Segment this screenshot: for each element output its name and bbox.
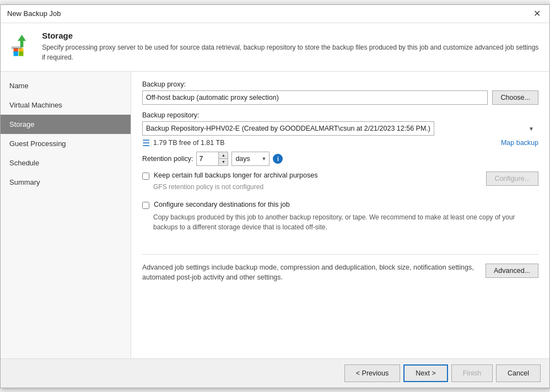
configure-secondary-checkbox[interactable] <box>142 202 149 209</box>
gfs-policy-text: GFS retention policy is not configured <box>153 183 481 191</box>
retention-unit-select[interactable]: days weeks months <box>231 152 269 166</box>
cancel-button[interactable]: Cancel <box>496 364 541 382</box>
secondary-destinations-section: Configure secondary destinations for thi… <box>142 201 538 232</box>
svg-rect-4 <box>19 51 23 56</box>
keep-full-backups-section: Keep certain full backups longer for arc… <box>142 171 538 196</box>
retention-label: Retention policy: <box>142 155 193 163</box>
header-title: Storage <box>42 31 541 40</box>
main-panel: Backup proxy: Choose... Backup repositor… <box>131 72 549 358</box>
finish-button[interactable]: Finish <box>451 364 493 382</box>
storage-icon <box>9 31 34 57</box>
window-title: New Backup Job <box>7 9 61 18</box>
header-description: Specify processing proxy server to be us… <box>42 42 541 62</box>
configure-gfs-button[interactable]: Configure... <box>486 171 538 186</box>
svg-rect-5 <box>12 47 22 49</box>
sidebar-item-schedule[interactable]: Schedule <box>1 153 131 173</box>
spinner-up-button[interactable]: ▲ <box>219 152 228 159</box>
sidebar-item-storage[interactable]: Storage <box>1 115 131 134</box>
retention-row: Retention policy: ▲ ▼ days weeks months … <box>142 152 538 166</box>
content-area: Name Virtual Machines Storage Guest Proc… <box>1 72 549 358</box>
backup-repo-select-wrapper: Backup Repository-HPHV02-E (Created by G… <box>142 121 538 136</box>
svg-rect-3 <box>14 51 18 56</box>
days-select-wrapper: days weeks months <box>231 152 269 166</box>
keep-full-backups-label: Keep certain full backups longer for arc… <box>154 171 317 179</box>
choose-proxy-button[interactable]: Choose... <box>492 90 538 105</box>
sidebar-item-summary[interactable]: Summary <box>1 173 131 192</box>
repo-info-row: ☰ 1.79 TB free of 1.81 TB Map backup <box>142 138 538 148</box>
retention-value-input[interactable] <box>197 152 219 165</box>
svg-marker-0 <box>18 35 26 47</box>
close-button[interactable]: ✕ <box>531 9 543 18</box>
advanced-text: Advanced job settings include backup mod… <box>142 262 477 283</box>
advanced-button[interactable]: Advanced... <box>486 264 538 278</box>
keep-full-backups-row: Keep certain full backups longer for arc… <box>142 171 481 180</box>
info-icon[interactable]: i <box>273 154 283 164</box>
sidebar-item-virtual-machines[interactable]: Virtual Machines <box>1 95 131 115</box>
spinner-arrows: ▲ ▼ <box>219 152 228 165</box>
map-backup-link[interactable]: Map backup <box>501 139 538 147</box>
backup-proxy-row: Choose... <box>142 90 538 105</box>
previous-button[interactable]: < Previous <box>344 364 400 382</box>
title-bar: New Backup Job ✕ <box>1 5 549 23</box>
spinner-down-button[interactable]: ▼ <box>219 159 228 165</box>
footer: < Previous Next > Finish Cancel <box>1 358 549 388</box>
main-window: New Backup Job ✕ Storage Specify process… <box>0 4 550 388</box>
retention-spinner: ▲ ▼ <box>196 152 228 166</box>
sidebar-item-guest-processing[interactable]: Guest Processing <box>1 134 131 153</box>
backup-proxy-input[interactable] <box>142 90 488 105</box>
next-button[interactable]: Next > <box>403 364 447 382</box>
backup-repo-label: Backup repository: <box>142 111 538 119</box>
sidebar: Name Virtual Machines Storage Guest Proc… <box>1 72 131 358</box>
keep-full-backups-checkbox[interactable] <box>142 173 149 180</box>
backup-proxy-label: Backup proxy: <box>142 80 538 88</box>
configure-secondary-label: Configure secondary destinations for thi… <box>154 201 290 208</box>
configure-secondary-desc: Copy backups produced by this job to ano… <box>153 212 538 232</box>
header-section: Storage Specify processing proxy server … <box>1 23 549 72</box>
sidebar-item-name[interactable]: Name <box>1 76 131 95</box>
configure-secondary-row: Configure secondary destinations for thi… <box>142 201 538 209</box>
svg-rect-6 <box>12 46 22 46</box>
repo-storage-icon: ☰ <box>142 138 150 148</box>
backup-repo-select[interactable]: Backup Repository-HPHV02-E (Created by G… <box>142 121 434 136</box>
repo-free-space: 1.79 TB free of 1.81 TB <box>153 139 224 147</box>
advanced-section: Advanced job settings include backup mod… <box>142 254 538 283</box>
header-text: Storage Specify processing proxy server … <box>42 31 541 62</box>
